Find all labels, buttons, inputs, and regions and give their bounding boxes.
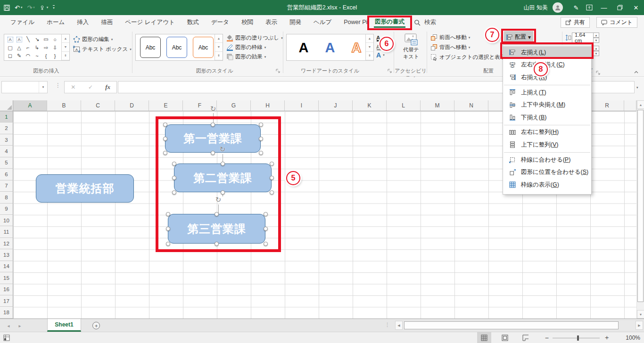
- new-sheet-button[interactable]: ＋: [92, 322, 100, 329]
- zoom-slider[interactable]: − ＋: [541, 334, 614, 342]
- tab-shape-format[interactable]: 図形の書式: [367, 16, 412, 30]
- macro-record-icon[interactable]: [3, 335, 10, 343]
- ribbon-tab[interactable]: 描画: [95, 15, 119, 30]
- column-header-G[interactable]: G: [217, 100, 251, 111]
- name-box[interactable]: ▾: [1, 81, 48, 93]
- shape-gallery-icon[interactable]: ⇩: [50, 44, 59, 52]
- org-shape[interactable]: 第一営業課: [165, 124, 261, 153]
- selection-handle[interactable]: [215, 212, 219, 216]
- wordart-dialog-launcher[interactable]: [388, 68, 393, 74]
- menu-item-gridlines[interactable]: 枠線の表示(G): [503, 179, 591, 191]
- horizontal-scroll-thumb[interactable]: [404, 321, 619, 329]
- shape-gallery-icon[interactable]: ↳: [33, 44, 41, 52]
- row-header-15[interactable]: 15: [0, 272, 13, 284]
- shape-effects-button[interactable]: 図形の効果▾: [226, 53, 266, 60]
- selection-handle[interactable]: [166, 212, 170, 216]
- selection-handle[interactable]: [163, 151, 167, 155]
- shape-gallery-icon[interactable]: ╲: [24, 35, 33, 44]
- size-dialog-launcher[interactable]: [596, 70, 602, 76]
- select-all-corner[interactable]: [0, 100, 13, 111]
- close-button[interactable]: ✕: [628, 0, 644, 15]
- selection-handle[interactable]: [166, 242, 170, 246]
- shape-gallery-icon[interactable]: △: [15, 44, 24, 52]
- expand-formula-bar-icon[interactable]: ▾: [636, 86, 638, 90]
- row-header-10[interactable]: 10: [0, 215, 13, 226]
- scroll-right-icon[interactable]: ▶: [636, 321, 643, 330]
- ribbon-tab[interactable]: ファイル: [4, 15, 41, 30]
- collapse-ribbon-icon[interactable]: [634, 70, 639, 76]
- zoom-thumb[interactable]: [577, 335, 579, 341]
- wordart-sample-1[interactable]: A: [292, 36, 315, 59]
- ribbon-tab[interactable]: ヘルプ: [307, 15, 338, 30]
- row-header-5[interactable]: 5: [0, 157, 13, 169]
- row-header-16[interactable]: 16: [0, 284, 13, 295]
- selection-handle[interactable]: [215, 242, 219, 246]
- scroll-left-icon[interactable]: ◀: [395, 321, 403, 330]
- column-header-C[interactable]: C: [81, 100, 115, 111]
- wordart-gallery[interactable]: A A A ▲▼⇟: [286, 34, 374, 61]
- selection-handle[interactable]: [270, 190, 274, 195]
- ribbon-tab[interactable]: 挿入: [71, 15, 95, 30]
- formula-splitter[interactable]: ⋮: [55, 82, 61, 89]
- selection-handle[interactable]: [259, 122, 263, 127]
- row-header-2[interactable]: 2: [0, 122, 13, 134]
- selection-pane-button[interactable]: オブジェクトの選択と表示: [430, 54, 505, 61]
- selection-handle[interactable]: [270, 162, 274, 166]
- arrange-button[interactable]: 配置▾: [504, 31, 533, 43]
- ribbon-tab[interactable]: ホーム: [41, 15, 71, 30]
- wordart-scroll[interactable]: ▲▼⇟: [365, 34, 373, 60]
- ink-pen-icon[interactable]: ✎: [570, 0, 583, 15]
- column-header-I[interactable]: I: [285, 100, 319, 111]
- column-header-A[interactable]: A: [13, 100, 47, 111]
- sheet-nav-left-icon[interactable]: ◂: [4, 319, 13, 332]
- wordart-sample-2[interactable]: A: [319, 36, 341, 59]
- column-header-K[interactable]: K: [353, 100, 387, 111]
- selection-handle[interactable]: [264, 212, 268, 216]
- selection-handle[interactable]: [264, 227, 268, 231]
- share-button[interactable]: 共有: [561, 17, 590, 28]
- shape-height-field[interactable]: 1.64 cm: [572, 33, 594, 43]
- selection-handle[interactable]: [259, 151, 263, 155]
- alt-text-button[interactable]: 代替テ キスト: [398, 33, 424, 66]
- column-header-M[interactable]: M: [421, 100, 454, 111]
- menu-item-align-right[interactable]: 右揃え(R): [503, 71, 591, 84]
- bring-forward-button[interactable]: 前面へ移動▾: [430, 34, 470, 41]
- shape-style-scroll[interactable]: ▲▼⇟: [215, 34, 223, 60]
- zoom-out-icon[interactable]: −: [541, 334, 553, 342]
- scroll-up-icon[interactable]: ▲: [637, 100, 644, 109]
- horizontal-scrollbar[interactable]: ◀ ▶: [395, 321, 643, 330]
- sheet-nav-right-icon[interactable]: ▸: [15, 319, 25, 332]
- selection-handle[interactable]: [259, 137, 263, 141]
- enter-formula-icon[interactable]: ✓: [82, 82, 99, 93]
- selection-handle[interactable]: [163, 122, 167, 127]
- ribbon-tab[interactable]: 校閲: [235, 15, 259, 30]
- row-header-13[interactable]: 13: [0, 249, 13, 261]
- ribbon-tab[interactable]: ページ レイアウト: [119, 15, 181, 30]
- row-header-17[interactable]: 17: [0, 295, 13, 307]
- shape-gallery-icon[interactable]: ▢: [6, 44, 15, 52]
- shape-gallery-icon[interactable]: ~: [33, 52, 41, 60]
- shape-gallery-icon[interactable]: ◻: [6, 52, 15, 60]
- zoom-level[interactable]: 100%: [621, 335, 640, 341]
- cancel-formula-icon[interactable]: ✕: [65, 82, 82, 93]
- selection-handle[interactable]: [211, 122, 215, 127]
- tabbar-splitter[interactable]: ⋮: [385, 322, 390, 328]
- selection-handle[interactable]: [221, 190, 225, 195]
- column-header-R[interactable]: R: [590, 100, 624, 111]
- scroll-down-icon[interactable]: ▼: [637, 310, 644, 318]
- menu-item-snap-to-grid[interactable]: 枠線に合わせる(P): [503, 154, 591, 166]
- wordart-sample-3[interactable]: A: [345, 36, 368, 59]
- shape-style-gallery[interactable]: Abc Abc Abc ▲▼⇟: [135, 34, 223, 61]
- ribbon-display-options-icon[interactable]: [583, 0, 596, 15]
- text-effects-button[interactable]: A▾: [376, 51, 385, 59]
- zoom-in-icon[interactable]: ＋: [600, 334, 614, 342]
- column-header-partial[interactable]: [624, 100, 636, 111]
- column-header-D[interactable]: D: [115, 100, 149, 111]
- ribbon-tab[interactable]: 数式: [181, 15, 205, 30]
- shape-outline-button[interactable]: 図形の枠線▾: [226, 44, 266, 51]
- shape-fill-button[interactable]: 図形の塗りつぶし▾: [226, 34, 283, 41]
- send-backward-button[interactable]: 背面へ移動▾: [430, 44, 470, 51]
- shape-gallery-icon[interactable]: ◠: [24, 52, 33, 60]
- row-header-12[interactable]: 12: [0, 238, 13, 249]
- shape-gallery-icon[interactable]: ↘: [33, 35, 41, 44]
